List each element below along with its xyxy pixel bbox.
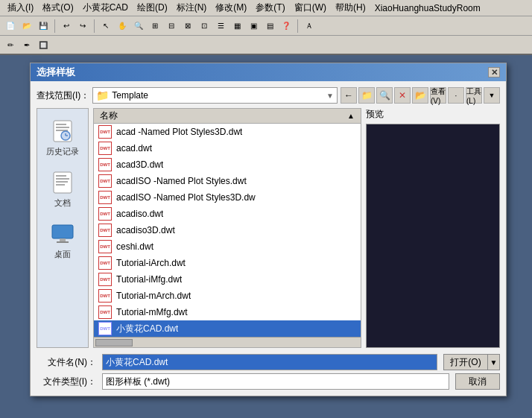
preview-area: 预览 [366, 108, 500, 348]
filetype-input[interactable] [102, 373, 449, 390]
tb-undo[interactable]: ↩ [59, 19, 74, 34]
tb-help[interactable]: ❓ [279, 19, 294, 34]
menu-dimension[interactable]: 标注(N) [172, 0, 212, 16]
nav-back-button[interactable]: ← [341, 87, 357, 104]
file-name-label: acad3D.dwt [116, 159, 163, 170]
select-template-dialog: 选择样板 ✕ 查找范围(I)： 📁 Template ▼ ← 📁 🔍 ✕ 📂 [30, 63, 507, 396]
menu-window[interactable]: 窗口(W) [290, 0, 331, 16]
menu-help[interactable]: 帮助(H) [331, 0, 370, 16]
horizontal-scrollbar[interactable] [94, 337, 361, 347]
svg-rect-11 [56, 184, 65, 186]
toolbar-2: ✏ ✒ 🔲 [0, 36, 532, 55]
tb-redo[interactable]: ↪ [75, 19, 90, 34]
tb-ortho[interactable]: ⊠ [180, 19, 195, 34]
tb-open[interactable]: 📂 [19, 19, 34, 34]
dwg-file-icon: DWT [98, 240, 112, 253]
tb-measure[interactable]: ⊡ [197, 19, 212, 34]
file-name-label: 小黄花CAD.dwt [116, 323, 178, 335]
file-item[interactable]: DWTacadISO -Named Plot Styles3D.dw [94, 189, 361, 206]
file-name-label: acadiso3D.dwt [116, 225, 175, 235]
sidebar-item-history[interactable]: 历史记录 [40, 115, 85, 160]
open-button[interactable]: 打开(O) [443, 354, 488, 370]
dwg-file-icon: DWT [98, 256, 112, 270]
tb-cursor[interactable]: ↖ [98, 19, 113, 34]
dialog-title: 选择样板 [37, 66, 75, 79]
menu-modify[interactable]: 修改(M) [211, 0, 251, 16]
dialog-body: 查找范围(I)： 📁 Template ▼ ← 📁 🔍 ✕ 📂 查看(V) · … [31, 81, 506, 396]
open-dropdown-arrow[interactable]: ▼ [488, 354, 500, 370]
sidebar-item-documents[interactable]: 文档 [40, 166, 85, 212]
file-item[interactable]: DWTTutorial-iMfg.dwt [94, 271, 361, 288]
menu-params[interactable]: 参数(T) [251, 0, 289, 16]
dwg-file-icon: DWT [98, 142, 112, 155]
tb-snap[interactable]: ⊟ [164, 19, 179, 34]
nav-delete-button[interactable]: ✕ [394, 87, 411, 104]
sort-arrow: ▲ [347, 112, 355, 120]
file-name-label: Tutorial-mMfg.dwt [116, 307, 188, 317]
svg-rect-8 [56, 175, 66, 177]
documents-label: 文档 [54, 197, 71, 209]
filename-input[interactable] [102, 354, 437, 370]
folder-icon: 📁 [96, 89, 109, 101]
dwg-file-icon: DWT [98, 224, 112, 237]
file-name-label: acadiso.dwt [116, 209, 163, 219]
tb-grid[interactable]: ⊞ [148, 19, 162, 34]
file-item[interactable]: DWTacad -Named Plot Styles3D.dwt [94, 124, 361, 140]
tb-insert[interactable]: ▤ [262, 19, 277, 34]
file-item[interactable]: DWTTutorial-mMfg.dwt [94, 304, 361, 320]
toolbar-1: 📄 📂 💾 ↩ ↪ ↖ ✋ 🔍 ⊞ ⊟ ⊠ ⊡ ☰ ▦ ▣ ▤ ❓ Ａ [0, 16, 532, 36]
tb-props[interactable]: ▦ [229, 19, 244, 34]
nav-tools-arrow[interactable]: ▼ [484, 87, 500, 104]
nav-tools-button[interactable]: 工具(L) [466, 87, 482, 104]
scrollbar-thumb[interactable] [95, 339, 133, 346]
tb2-1[interactable]: ✏ [3, 37, 18, 52]
open-btn-group: 打开(O) ▼ [443, 354, 500, 370]
nav-tools-label[interactable]: · [448, 87, 464, 104]
file-item[interactable]: DWTacadiso.dwt [94, 206, 361, 222]
tb-misc[interactable]: Ａ [302, 19, 317, 34]
file-item[interactable]: DWTacadiso3D.dwt [94, 222, 361, 238]
nav-search-button[interactable]: 🔍 [376, 87, 393, 104]
tb2-2[interactable]: ✒ [19, 37, 34, 52]
dwg-file-icon: DWT [98, 289, 112, 303]
menu-draw[interactable]: 绘图(D) [133, 0, 172, 16]
documents-icon [49, 169, 76, 196]
file-list-scroll[interactable]: DWTacad -Named Plot Styles3D.dwtDWTacad.… [94, 124, 361, 337]
file-item[interactable]: DWTceshi.dwt [94, 238, 361, 255]
tb-zoom[interactable]: 🔍 [131, 19, 146, 34]
file-name-label: acad.dwt [116, 143, 152, 153]
filename-label: 文件名(N)： [37, 356, 96, 369]
cancel-button[interactable]: 取消 [455, 373, 500, 390]
nav-up-button[interactable]: 📁 [358, 87, 375, 104]
file-item[interactable]: DWTacadISO -Named Plot Styles.dwt [94, 173, 361, 189]
menu-xiaohonghua[interactable]: 小黄花CAD [78, 0, 133, 16]
file-item[interactable]: DWTacad3D.dwt [94, 156, 361, 173]
history-label: 历史记录 [46, 146, 79, 157]
file-item[interactable]: DWTacad.dwt [94, 140, 361, 156]
svg-rect-9 [56, 178, 69, 180]
dwg-file-icon: DWT [98, 305, 112, 319]
column-name-header: 名称 [100, 110, 118, 122]
sidebar-item-desktop[interactable]: 桌面 [40, 218, 85, 263]
file-item[interactable]: DWTTutorial-iArch.dwt [94, 255, 361, 271]
menu-insert[interactable]: 插入(I) [3, 0, 38, 16]
sep1 [54, 19, 55, 33]
location-dropdown[interactable]: 📁 Template ▼ [92, 87, 338, 104]
tb-pan[interactable]: ✋ [115, 19, 130, 34]
file-item[interactable]: DWT小黄花CAD.dwt [94, 320, 361, 337]
tb-block[interactable]: ▣ [246, 19, 261, 34]
sep3 [297, 19, 298, 33]
tb-layer[interactable]: ☰ [213, 19, 228, 34]
tb-save[interactable]: 💾 [36, 19, 51, 34]
tb2-3[interactable]: 🔲 [36, 37, 51, 52]
file-name-label: acadISO -Named Plot Styles3D.dw [116, 192, 256, 203]
location-text: Template [112, 90, 326, 101]
file-name-label: acadISO -Named Plot Styles.dwt [116, 176, 247, 186]
menu-studyroom[interactable]: XiaoHuanghuaStudyRoom [370, 1, 485, 15]
nav-newfolder-button[interactable]: 📂 [412, 87, 428, 104]
dialog-close-button[interactable]: ✕ [488, 67, 500, 77]
menu-format[interactable]: 格式(O) [38, 0, 77, 16]
tb-new[interactable]: 📄 [3, 19, 18, 34]
dwg-file-icon: DWT [98, 322, 112, 335]
file-item[interactable]: DWTTutorial-mArch.dwt [94, 288, 361, 304]
